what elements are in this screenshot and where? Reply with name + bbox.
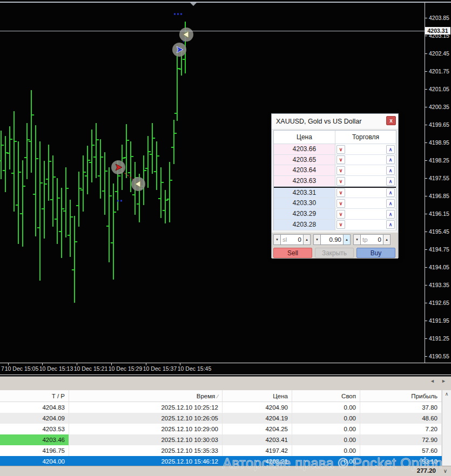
ohlc-bar: [93, 123, 99, 178]
arrow-blue-marker-icon[interactable]: [172, 43, 186, 57]
time-axis-label: 10 Dec 15:05: [5, 365, 38, 372]
price-axis-label: 4198.95: [429, 139, 449, 146]
price-axis-label: 4190.55: [429, 353, 449, 359]
price-axis[interactable]: 4203.854203.154202.454201.754201.054200.…: [425, 0, 451, 363]
order-book-trade-cell: ∨∧: [335, 209, 396, 219]
sell-chevron-button[interactable]: ∨: [336, 188, 345, 197]
ohlc-bar: [46, 145, 51, 201]
table-top-strip: ◄ ►: [0, 377, 451, 390]
triangle-left-marker-icon[interactable]: [131, 177, 145, 191]
table-row[interactable]: 4203.462025.12.10 10:30:034203.410.0072.…: [0, 434, 442, 445]
order-controls: ▾ sl 0 ▴ ▾ 0.90 ▴ ▾ tp 0 ▴: [272, 233, 398, 247]
ohlc-bar: [106, 167, 112, 262]
price-axis-tick: [425, 267, 427, 268]
trade-panel: XAUUSD, Gold vs US Dollar x Цена Торговл…: [271, 113, 399, 258]
buy-chevron-button[interactable]: ∧: [386, 199, 395, 208]
time-axis[interactable]: 710 Dec 15:0510 Dec 15:1310 Dec 15:2110 …: [0, 363, 451, 376]
sell-chevron-button[interactable]: ∨: [336, 155, 345, 164]
table-header-swap[interactable]: Своп: [292, 390, 360, 402]
order-book-price: 4203.30: [274, 198, 335, 208]
price-axis-label: 4194.75: [429, 246, 449, 253]
table-header-profit[interactable]: Прибыль: [360, 390, 442, 402]
order-book-price: 4203.63: [274, 176, 335, 186]
table-cell: 7.20: [360, 424, 442, 434]
ohlc-bar: [0, 131, 4, 179]
triangle-left-marker-icon[interactable]: [179, 28, 193, 42]
close-icon[interactable]: x: [386, 116, 396, 125]
buy-chevron-button[interactable]: ∧: [386, 210, 395, 219]
arrow-red-marker-icon[interactable]: [111, 160, 125, 174]
ohlc-bar: [163, 190, 168, 223]
sl-label: sl: [282, 236, 287, 243]
buy-chevron-button[interactable]: ∧: [386, 220, 395, 229]
table-row[interactable]: 4204.092025.12.10 10:26:054204.190.0048.…: [0, 413, 442, 424]
price-axis-tick: [425, 285, 427, 285]
ohlc-bar: [68, 200, 73, 257]
price-axis-label: 4201.75: [429, 68, 449, 74]
sell-chevron-button[interactable]: ∨: [336, 199, 345, 208]
price-axis-tick: [425, 303, 427, 303]
table-header-price[interactable]: Цена: [223, 390, 292, 402]
sell-chevron-button[interactable]: ∨: [336, 177, 345, 186]
sl-input[interactable]: sl 0: [281, 234, 303, 245]
order-book-row: 4203.31∨∧: [274, 188, 396, 199]
sort-ascending-icon: ∕: [215, 393, 218, 399]
time-axis-label: 10 Dec 15:45: [178, 365, 211, 372]
sell-chevron-button[interactable]: ∨: [336, 145, 345, 154]
table-cell: 2025.12.10 15:35:33: [69, 445, 223, 456]
current-price-label: 4203.31: [425, 27, 450, 35]
buy-chevron-button[interactable]: ∧: [386, 188, 395, 197]
trade-panel-title-bar[interactable]: XAUUSD, Gold vs US Dollar x: [272, 114, 398, 130]
tp-decrease-button[interactable]: ▾: [353, 234, 361, 245]
time-axis-top-border: [0, 363, 451, 363]
table-header-tp[interactable]: Т / Р: [0, 390, 69, 402]
table-row[interactable]: 4203.532025.12.10 10:29:004204.250.007.2…: [0, 424, 442, 434]
table-row[interactable]: 4196.752025.12.10 15:35:334197.420.0057.…: [0, 445, 442, 456]
price-axis-tick: [425, 53, 427, 54]
buy-button[interactable]: Buy: [356, 248, 395, 258]
chart-scroll-marker-icon[interactable]: [190, 3, 197, 6]
ohlc-bar: [89, 130, 95, 182]
table-header-row: Т / РВремя∕ЦенаСвопПрибыль: [0, 390, 442, 402]
ohlc-bar: [7, 126, 12, 169]
volume-input[interactable]: 0.90: [321, 234, 343, 245]
volume-decrease-button[interactable]: ▾: [313, 234, 321, 245]
volume-increase-button[interactable]: ▴: [343, 234, 351, 245]
sl-increase-button[interactable]: ▴: [303, 234, 311, 245]
price-axis-tick: [425, 356, 427, 357]
price-axis-tick: [425, 249, 427, 250]
sell-chevron-button[interactable]: ∨: [336, 210, 345, 219]
table-cell: 4204.19: [223, 413, 292, 424]
sl-decrease-button[interactable]: ▾: [273, 234, 281, 245]
ohlc-bar: [20, 160, 25, 247]
table-vertical-scrollbar[interactable]: ∧: [442, 390, 451, 466]
order-buttons: Sell Закрыть Buy: [272, 247, 398, 259]
table-cell: 0.00: [292, 456, 360, 467]
tp-input[interactable]: tp 0: [361, 234, 383, 245]
order-book-row: 4203.64∨∧: [274, 165, 396, 176]
time-axis-label: 7: [1, 365, 4, 372]
buy-chevron-button[interactable]: ∧: [386, 145, 395, 154]
order-book-price: 4203.66: [274, 144, 335, 154]
table-row[interactable]: 4204.832025.12.10 10:25:124204.900.0037.…: [0, 402, 442, 413]
table-row[interactable]: 4204.002025.12.10 15:46:124203.210.0053.…: [0, 456, 442, 467]
price-axis-tick: [425, 89, 427, 90]
sell-chevron-button[interactable]: ∨: [336, 220, 345, 229]
price-axis-label: 4193.35: [429, 282, 449, 288]
buy-chevron-button[interactable]: ∧: [386, 177, 395, 186]
scroll-up-icon[interactable]: ∧: [442, 391, 451, 397]
order-book-grid: Цена Торговля 4203.66∨∧4203.65∨∧4203.64∨…: [273, 130, 396, 230]
time-axis-bottom-border: [0, 375, 451, 375]
ohlc-bar: [63, 167, 69, 237]
sell-chevron-button[interactable]: ∨: [336, 166, 345, 175]
scroll-left-icon[interactable]: ◄: [430, 378, 435, 384]
table-header-time[interactable]: Время∕: [69, 390, 223, 402]
scroll-down-icon[interactable]: ∨: [443, 468, 447, 474]
ohlc-bar: [37, 141, 43, 281]
buy-chevron-button[interactable]: ∧: [386, 166, 395, 175]
scroll-right-icon[interactable]: ►: [441, 378, 446, 384]
tp-increase-button[interactable]: ▴: [383, 234, 391, 245]
close-position-button[interactable]: Закрыть: [315, 248, 354, 258]
buy-chevron-button[interactable]: ∧: [386, 155, 395, 164]
sell-button[interactable]: Sell: [273, 248, 312, 258]
